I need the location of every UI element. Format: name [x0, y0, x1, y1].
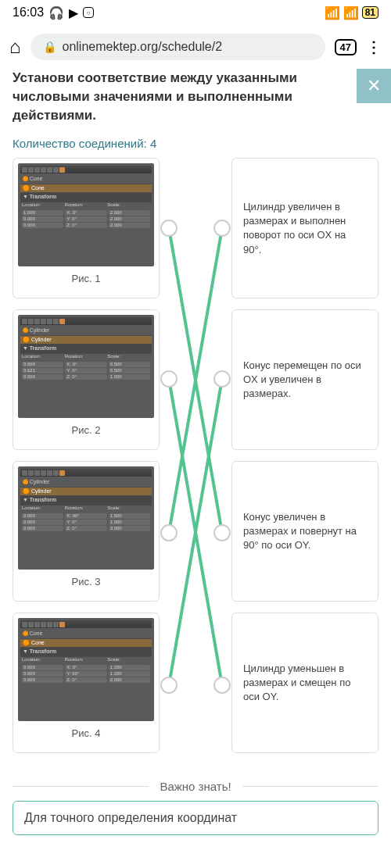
- svg-point-11: [214, 677, 230, 693]
- left-column: Cone 🟠 Cone ▼ Transform Location:Rotatio…: [13, 158, 160, 764]
- status-bar: 16:03 🎧 ▶ ○ 📶 📶 81: [0, 0, 391, 25]
- headphones-icon: 🎧: [48, 5, 64, 20]
- figure-card[interactable]: Cylinder 🟠 Cylinder ▼ Transform Location…: [13, 309, 160, 450]
- time-text: 16:03: [13, 5, 44, 20]
- browser-nav-bar: ⌂ 🔒 onlinemektep.org/schedule/2 47 ⋮: [0, 25, 391, 69]
- description-card[interactable]: Цилиндр увеличен в размерах и выполнен п…: [231, 158, 378, 298]
- blender-screenshot: Cylinder 🟠 Cylinder ▼ Transform Location…: [18, 466, 154, 570]
- svg-point-5: [161, 371, 177, 387]
- svg-point-7: [161, 677, 177, 693]
- instagram-icon: ○: [83, 7, 94, 18]
- url-text: onlinemektep.org/schedule/2: [63, 40, 223, 54]
- tab-count[interactable]: 47: [335, 39, 357, 55]
- description-text: Цилиндр уменьшен в размерах и смещен по …: [243, 662, 367, 705]
- close-button[interactable]: ✕: [357, 69, 391, 103]
- battery-indicator: 81: [362, 6, 378, 19]
- description-text: Конус перемещен по оси OX и увеличен в р…: [243, 359, 367, 402]
- matching-area: Cone 🟠 Cone ▼ Transform Location:Rotatio…: [13, 158, 378, 767]
- home-icon[interactable]: ⌂: [9, 36, 21, 58]
- info-box: Для точного определения координат: [13, 801, 378, 835]
- blender-screenshot: Cylinder 🟠 Cylinder ▼ Transform Location…: [18, 315, 154, 418]
- right-column: Цилиндр увеличен в размерах и выполнен п…: [231, 158, 378, 764]
- important-heading: Важно знать!: [149, 780, 242, 793]
- description-card[interactable]: Конус увеличен в размерах и повернут на …: [231, 461, 378, 602]
- connection-lines: [160, 158, 231, 767]
- play-icon: ▶: [69, 5, 78, 20]
- divider: Важно знать!: [13, 780, 378, 793]
- figure-caption: Рис. 3: [18, 570, 154, 589]
- menu-icon[interactable]: ⋮: [366, 38, 382, 56]
- url-bar[interactable]: 🔒 onlinemektep.org/schedule/2: [30, 34, 325, 60]
- figure-card[interactable]: Cone 🟠 Cone ▼ Transform Location:Rotatio…: [13, 158, 160, 298]
- svg-point-9: [214, 371, 230, 387]
- svg-point-4: [161, 220, 177, 236]
- description-text: Конус увеличен в размерах и повернут на …: [243, 510, 367, 553]
- lock-icon: 🔒: [43, 41, 56, 53]
- figure-caption: Рис. 4: [18, 721, 154, 741]
- svg-point-10: [214, 525, 230, 541]
- task-title: Установи соответствие между указанными ч…: [13, 69, 378, 124]
- svg-point-8: [214, 220, 230, 236]
- blender-screenshot: Cone 🟠 Cone ▼ Transform Location:Rotatio…: [18, 618, 154, 721]
- signal-icon: 📶: [325, 5, 340, 20]
- description-card[interactable]: Цилиндр уменьшен в размерах и смещен по …: [231, 613, 378, 753]
- figure-card[interactable]: Cylinder 🟠 Cylinder ▼ Transform Location…: [13, 461, 160, 602]
- figure-caption: Рис. 2: [18, 418, 154, 438]
- wifi-icon: 📶: [343, 5, 359, 20]
- svg-point-6: [161, 525, 177, 541]
- description-card[interactable]: Конус перемещен по оси OX и увеличен в р…: [231, 309, 378, 450]
- blender-screenshot: Cone 🟠 Cone ▼ Transform Location:Rotatio…: [18, 163, 154, 266]
- figure-caption: Рис. 1: [18, 266, 154, 286]
- figure-card[interactable]: Cone 🟠 Cone ▼ Transform Location:Rotatio…: [13, 613, 160, 753]
- description-text: Цилиндр увеличен в размерах и выполнен п…: [243, 200, 367, 257]
- connection-count: Количество соединений: 4: [13, 137, 378, 150]
